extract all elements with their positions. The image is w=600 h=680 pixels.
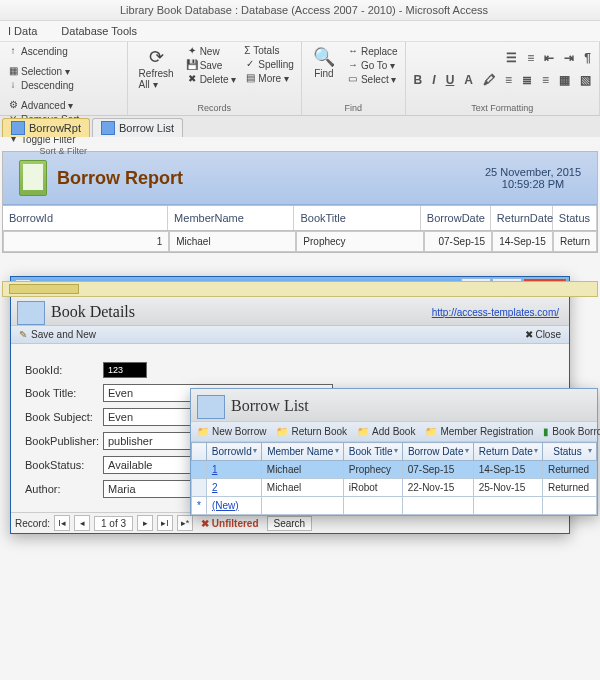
sort-desc-button[interactable]: ↓Descending (5, 78, 76, 92)
add-book-button[interactable]: 📁Add Book (357, 426, 415, 437)
find-button[interactable]: 🔍Find (307, 44, 341, 86)
col-membername: MemberName (168, 206, 294, 230)
return-book-button[interactable]: 📁Return Book (276, 426, 347, 437)
underline-button[interactable]: U (443, 72, 458, 88)
cell-borrowdate[interactable]: 22-Nov-15 (402, 479, 473, 497)
nav-new-button[interactable]: ▸* (177, 515, 193, 531)
dropdown-icon[interactable]: ▾ (253, 446, 257, 455)
goto-button[interactable]: →Go To ▾ (345, 58, 400, 72)
row-selector-header[interactable] (192, 443, 207, 461)
cell-member[interactable]: Michael (261, 461, 343, 479)
cell-returndate[interactable]: 25-Nov-15 (473, 479, 542, 497)
new-record-button[interactable]: ✦New (184, 44, 239, 58)
new-link[interactable]: (New) (212, 500, 239, 511)
dropdown-icon[interactable]: ▾ (534, 446, 538, 455)
ribbon: ↑Ascending ▦Selection ▾ ↓Descending ⚙Adv… (0, 42, 600, 116)
tab-borrowrpt[interactable]: BorrowRpt (2, 118, 90, 137)
dropdown-icon[interactable]: ▾ (335, 446, 339, 455)
row-selector[interactable] (192, 479, 207, 497)
italic-button[interactable]: I (429, 72, 438, 88)
new-borrow-label: New Borrow (212, 426, 266, 437)
dropdown-icon[interactable]: ▾ (394, 446, 398, 455)
cell-status[interactable]: Returned (542, 479, 596, 497)
highlight-button[interactable]: 🖍 (480, 72, 498, 88)
search-box[interactable]: Search (267, 516, 313, 531)
member-registration-button[interactable]: 📁Member Registration (425, 426, 533, 437)
book-header-icon (17, 301, 45, 325)
table-row[interactable]: 2 Michael iRobot 22-Nov-15 25-Nov-15 Ret… (192, 479, 597, 497)
record-position[interactable]: 1 of 3 (94, 516, 133, 531)
delete-record-button[interactable]: ✖Delete ▾ (184, 72, 239, 86)
row-selector[interactable] (192, 461, 207, 479)
align-center-button[interactable]: ≣ (519, 72, 535, 88)
cell-book[interactable]: Prophecy (343, 461, 402, 479)
replace-button[interactable]: ↔Replace (345, 44, 400, 58)
advanced-icon: ⚙ (7, 99, 19, 111)
cell-member[interactable]: Michael (261, 479, 343, 497)
gcol-returndate[interactable]: Return Date▾ (473, 443, 542, 461)
cell-book[interactable]: iRobot (343, 479, 402, 497)
ltr-icon[interactable]: ¶ (581, 50, 594, 66)
report-row[interactable]: 1 Michael Prophecy 07-Sep-15 14-Sep-15 R… (3, 231, 597, 252)
select-button[interactable]: ▭Select ▾ (345, 72, 400, 86)
cell-id-link[interactable]: 2 (212, 482, 218, 493)
refresh-all-button[interactable]: ⟳Refresh All ▾ (133, 44, 180, 92)
template-link[interactable]: http://access-templates.com/ (432, 307, 559, 318)
borrow-list-header: Borrow List (191, 389, 597, 421)
gcol-status[interactable]: Status▾ (542, 443, 596, 461)
label-bookpublisher: BookPublisher: (25, 435, 95, 447)
folder-icon: 📁 (425, 426, 437, 437)
gcol-membername[interactable]: Member Name▾ (261, 443, 343, 461)
align-left-button[interactable]: ≡ (502, 72, 515, 88)
close-form-button[interactable]: ✖ Close (525, 329, 561, 340)
table-row[interactable]: 1 Michael Prophecy 07-Sep-15 14-Sep-15 R… (192, 461, 597, 479)
new-row[interactable]: * (New) (192, 497, 597, 515)
field-bookid[interactable]: 123 (103, 362, 147, 378)
delete-label: Delete ▾ (200, 74, 237, 85)
cell-id-link[interactable]: 1 (212, 464, 218, 475)
cell-borrowdate[interactable]: 07-Sep-15 (402, 461, 473, 479)
ribbon-tab-data[interactable]: I Data (8, 23, 37, 39)
new-borrow-button[interactable]: 📁New Borrow (197, 426, 266, 437)
indent-left-icon[interactable]: ⇤ (541, 50, 557, 66)
tab-borrowlist[interactable]: Borrow List (92, 118, 183, 137)
nav-next-button[interactable]: ▸ (137, 515, 153, 531)
nav-prev-button[interactable]: ◂ (74, 515, 90, 531)
save-and-new-button[interactable]: ✎Save and New (19, 329, 96, 340)
bold-button[interactable]: B (411, 72, 426, 88)
save-record-button[interactable]: 💾Save (184, 58, 239, 72)
spelling-button[interactable]: ✓Spelling (242, 57, 296, 71)
gcol-borrowid[interactable]: BorrowId▾ (206, 443, 261, 461)
advanced-button[interactable]: ⚙Advanced ▾ (5, 98, 75, 112)
refresh-icon: ⟳ (149, 46, 164, 68)
scrollbar-thumb[interactable] (9, 284, 79, 294)
align-right-button[interactable]: ≡ (539, 72, 552, 88)
gridlines-button[interactable]: ▦ (556, 72, 573, 88)
cell-returndate[interactable]: 14-Sep-15 (473, 461, 542, 479)
selection-button[interactable]: ▦Selection ▾ (5, 64, 72, 78)
window-titlebar: Library Book Database : Database (Access… (0, 0, 600, 21)
close-form-label: Close (535, 329, 561, 340)
cell-status[interactable]: Returned (542, 461, 596, 479)
book-borrow-button[interactable]: ▮Book Borrow (543, 426, 600, 437)
font-color-button[interactable]: A (461, 72, 476, 88)
unfiltered-indicator[interactable]: ✖ Unfiltered (201, 518, 258, 529)
dropdown-icon[interactable]: ▾ (588, 446, 592, 455)
nav-first-button[interactable]: I◂ (54, 515, 70, 531)
new-row-indicator: * (192, 497, 207, 515)
gcol-booktitle[interactable]: Book Title▾ (343, 443, 402, 461)
ribbon-tab-dbtools[interactable]: Database Tools (61, 23, 137, 39)
gcol-borrowdate[interactable]: Borrow Date▾ (402, 443, 473, 461)
numbering-icon[interactable]: ≡ (524, 50, 537, 66)
totals-button[interactable]: Σ Totals (242, 44, 296, 57)
save-icon: 💾 (186, 59, 198, 71)
more-button[interactable]: ▤More ▾ (242, 71, 296, 85)
fill-button[interactable]: ▧ (577, 72, 594, 88)
horizontal-scrollbar[interactable] (2, 281, 598, 297)
bullets-icon[interactable]: ☰ (503, 50, 520, 66)
borrow-list-grid[interactable]: BorrowId▾ Member Name▾ Book Title▾ Borro… (191, 442, 597, 515)
nav-last-button[interactable]: ▸I (157, 515, 173, 531)
indent-right-icon[interactable]: ⇥ (561, 50, 577, 66)
dropdown-icon[interactable]: ▾ (465, 446, 469, 455)
sort-asc-button[interactable]: ↑Ascending (5, 44, 70, 58)
